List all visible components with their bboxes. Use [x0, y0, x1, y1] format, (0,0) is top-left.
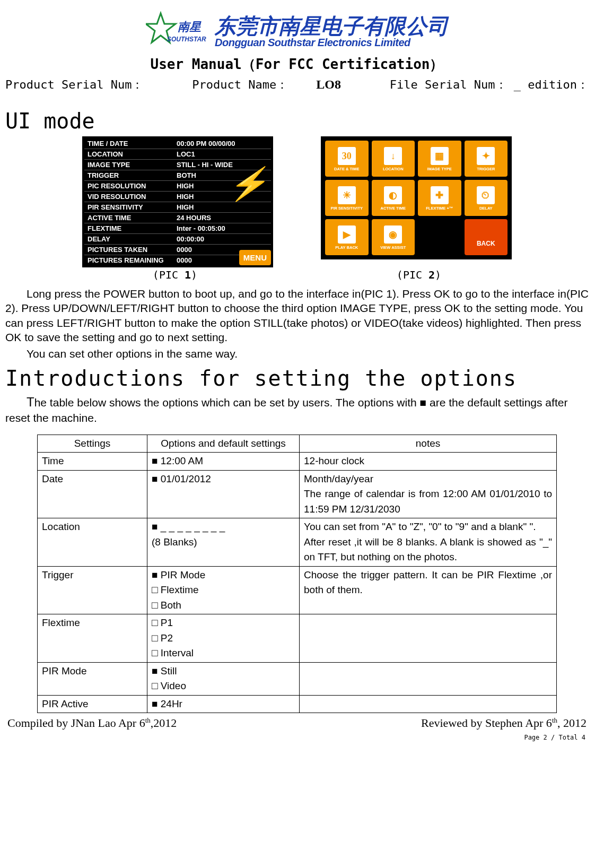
company-name-cn: 东莞市南星电子有限公司	[215, 15, 448, 37]
cell-notes: You can set from "A" to "Z", "0" to "9" …	[300, 518, 557, 567]
cell-setting: Flextime	[38, 614, 147, 663]
company-logo: 南星 SOUTHSTAR	[146, 11, 209, 53]
company-header: 南星 SOUTHSTAR 东莞市南星电子有限公司 Dongguan Souths…	[5, 11, 589, 53]
cell-setting: PIR Mode	[38, 662, 147, 695]
status-row-value: HIGH	[176, 202, 271, 212]
section-introductions: Introductions for setting the options	[5, 366, 589, 390]
table-row: Trigger■ PIR Mode □ Flextime □ BothChoos…	[38, 566, 557, 614]
status-row-label: PIR SENSITIVITY	[84, 202, 176, 212]
status-row-value: 00:00:00	[176, 234, 271, 244]
status-row: DELAY00:00:00	[84, 233, 271, 244]
menu-tile[interactable]: ✦TRIGGER	[465, 141, 508, 177]
cell-options: □ P1 □ P2 □ Interval	[147, 614, 300, 663]
menu-tile[interactable]: ☀PIR SENSITIVITY	[325, 180, 369, 216]
product-serial-label: Product Serial Num：	[5, 77, 143, 93]
status-row: ACTIVE TIME24 HOURS	[84, 212, 271, 223]
menu-tile-label: DATE & TIME	[334, 167, 359, 171]
menu-tile-icon: ▦	[431, 147, 449, 165]
menu-tile[interactable]: ✚FLEXTIME +™	[418, 180, 461, 216]
document-title: User Manual（For FCC Certification）	[5, 55, 589, 74]
reviewed-by: Reviewed by Stephen Apr 6th, 2012	[421, 716, 587, 730]
cell-options: ■ Still □ Video	[147, 662, 300, 695]
back-button-label: BACK	[477, 240, 495, 247]
status-row: PIR SENSITIVITYHIGH	[84, 202, 271, 212]
cell-setting: Date	[38, 470, 147, 518]
paragraph-instructions-1: Long press the POWER button to boot up, …	[5, 287, 589, 344]
footer: Compiled by JNan Lao Apr 6th,2012 Review…	[5, 716, 589, 730]
cell-options: ■ _ _ _ _ _ _ _ _ (8 Blanks)	[147, 518, 300, 567]
status-row-label: VID RESOLUTION	[84, 192, 176, 202]
th-notes: notes	[300, 435, 557, 453]
menu-tile-icon: ✦	[477, 147, 495, 165]
status-row-label: DELAY	[84, 234, 176, 244]
status-row: LOCATIONLOC1	[84, 149, 271, 159]
cell-options: ■ 24Hr	[147, 695, 300, 713]
cell-notes	[300, 695, 557, 713]
menu-tile-icon: ◉	[384, 225, 402, 244]
status-row-label: TRIGGER	[84, 170, 176, 180]
menu-tile[interactable]: ◐ACTIVE TIME	[372, 180, 415, 216]
status-row-label: PICTURES REMAINING	[84, 255, 176, 265]
status-row-label: FLEXTIME	[84, 223, 176, 233]
menu-tile[interactable]: ⏲DELAY	[465, 180, 508, 216]
pic2-caption: (PIC 2)	[323, 268, 514, 281]
svg-text:SOUTHSTAR: SOUTHSTAR	[167, 36, 206, 43]
cell-options: ■ 12:00 AM	[147, 453, 300, 471]
status-row-value: LOC1	[176, 149, 271, 159]
cell-setting: Location	[38, 518, 147, 567]
pic1-caption: (PIC 1)	[80, 268, 270, 281]
compiled-by: Compiled by JNan Lao Apr 6th,2012	[7, 716, 177, 730]
menu-tile[interactable]: ◉VIEW ASSIST	[372, 219, 415, 255]
menu-tile-label: IMAGE TYPE	[427, 167, 452, 171]
menu-tile[interactable]: ▦IMAGE TYPE	[418, 141, 461, 177]
table-row: PIR Mode■ Still □ Video	[38, 662, 557, 695]
status-row-value: 00:00 PM 00/00/00	[176, 138, 271, 149]
paragraph-table-intro: The table below shows the options which …	[5, 394, 589, 424]
cell-options: ■ 01/01/2012	[147, 470, 300, 518]
cell-notes: Choose the trigger pattern. It can be PI…	[300, 566, 557, 614]
table-header-row: Settings Options and default settings no…	[38, 435, 557, 453]
menu-tile[interactable]: ↓LOCATION	[372, 141, 415, 177]
status-row-label: LOCATION	[84, 149, 176, 159]
table-row: Flextime□ P1 □ P2 □ Interval	[38, 614, 557, 663]
cell-options: ■ PIR Mode □ Flextime □ Both	[147, 566, 300, 614]
product-name: Product Name： LO8	[192, 77, 341, 93]
status-row-label: IMAGE TYPE	[84, 160, 176, 170]
status-row-label: PICTURES TAKEN	[84, 245, 176, 255]
menu-tile[interactable]: 30DATE & TIME	[325, 141, 369, 177]
table-row: PIR Active■ 24Hr	[38, 695, 557, 713]
pic1-screen: TIME / DATE00:00 PM 00/00/00LOCATIONLOC1…	[82, 136, 273, 267]
page-number: Page 2 / Total 4	[5, 734, 589, 741]
file-serial-label: File Serial Num： _ edition：	[390, 77, 589, 93]
status-row-label: ACTIVE TIME	[84, 213, 176, 223]
status-row-label: PIC RESOLUTION	[84, 181, 176, 191]
status-row-label: TIME / DATE	[84, 138, 176, 149]
section-ui-mode: UI mode	[5, 109, 589, 133]
menu-tile-icon: ⏲	[477, 186, 495, 204]
menu-button[interactable]: MENU	[239, 250, 271, 265]
status-row: FLEXTIMEInter - 00:05:00	[84, 223, 271, 233]
cell-setting: Trigger	[38, 566, 147, 614]
menu-tile-label: PLAY BACK	[335, 246, 358, 250]
lightning-icon: ⚡	[228, 165, 268, 203]
table-row: Date■ 01/01/2012Month/day/year The range…	[38, 470, 557, 518]
menu-tile-label: FLEXTIME +™	[426, 206, 453, 211]
back-button[interactable]: BACK	[465, 219, 508, 255]
cell-notes: 12-hour clock	[300, 453, 557, 471]
menu-tile-icon: ▶	[338, 225, 356, 244]
menu-tile-label: ACTIVE TIME	[380, 206, 406, 211]
cell-setting: Time	[38, 453, 147, 471]
menu-tile-icon: ↓	[384, 147, 402, 165]
menu-tile-label: VIEW ASSIST	[380, 246, 406, 250]
menu-tile[interactable]: ▶PLAY BACK	[325, 219, 369, 255]
menu-tile-icon: 30	[338, 147, 356, 165]
menu-tile-icon: ✚	[431, 186, 449, 204]
menu-tile-label: LOCATION	[383, 167, 404, 171]
menu-tile-icon: ☀	[338, 186, 356, 204]
paragraph-instructions-2: You can set other options in the same wa…	[5, 346, 589, 361]
settings-table: Settings Options and default settings no…	[37, 435, 557, 714]
table-row: Time■ 12:00 AM12-hour clock	[38, 453, 557, 471]
menu-tile-label: PIR SENSITIVITY	[331, 206, 363, 211]
cell-notes: Month/day/year The range of calendar is …	[300, 470, 557, 518]
th-settings: Settings	[38, 435, 147, 453]
